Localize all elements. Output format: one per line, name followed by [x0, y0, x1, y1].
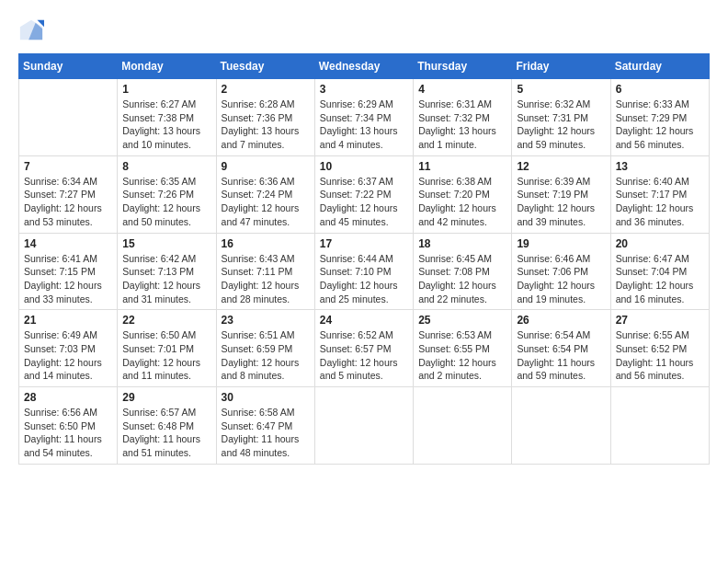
calendar-cell: 20Sunrise: 6:47 AM Sunset: 7:04 PM Dayli… [610, 233, 709, 310]
day-number: 9 [222, 160, 310, 173]
calendar-cell: 13Sunrise: 6:40 AM Sunset: 7:17 PM Dayli… [610, 155, 709, 233]
day-number: 23 [222, 314, 310, 327]
day-number: 7 [24, 160, 112, 173]
day-info: Sunrise: 6:36 AM Sunset: 7:24 PM Dayligh… [222, 175, 310, 229]
day-info: Sunrise: 6:40 AM Sunset: 7:17 PM Dayligh… [616, 175, 704, 229]
calendar-cell: 19Sunrise: 6:46 AM Sunset: 7:06 PM Dayli… [512, 233, 610, 310]
day-info: Sunrise: 6:35 AM Sunset: 7:26 PM Dayligh… [122, 175, 210, 229]
calendar-cell: 29Sunrise: 6:57 AM Sunset: 6:48 PM Dayli… [118, 387, 216, 465]
calendar-cell [314, 387, 413, 465]
day-number: 28 [24, 391, 112, 404]
calendar-header: SundayMondayTuesdayWednesdayThursdayFrid… [19, 54, 710, 79]
day-info: Sunrise: 6:33 AM Sunset: 7:29 PM Dayligh… [616, 98, 704, 152]
calendar-cell: 12Sunrise: 6:39 AM Sunset: 7:19 PM Dayli… [512, 155, 610, 233]
day-info: Sunrise: 6:51 AM Sunset: 6:59 PM Dayligh… [222, 328, 310, 383]
day-info: Sunrise: 6:39 AM Sunset: 7:19 PM Dayligh… [517, 175, 605, 229]
week-row-4: 21Sunrise: 6:49 AM Sunset: 7:03 PM Dayli… [19, 310, 710, 387]
day-number: 25 [418, 314, 506, 327]
calendar-cell: 4Sunrise: 6:31 AM Sunset: 7:32 PM Daylig… [414, 79, 512, 156]
day-number: 3 [320, 83, 408, 96]
day-number: 19 [517, 237, 605, 250]
header-cell-saturday: Saturday [610, 54, 709, 79]
logo-icon [18, 18, 44, 44]
day-number: 18 [418, 237, 506, 250]
calendar-cell [512, 387, 610, 465]
day-number: 17 [320, 237, 408, 250]
day-number: 11 [418, 160, 506, 173]
day-number: 27 [616, 314, 704, 327]
day-info: Sunrise: 6:42 AM Sunset: 7:13 PM Dayligh… [122, 252, 210, 306]
day-info: Sunrise: 6:34 AM Sunset: 7:27 PM Dayligh… [24, 175, 112, 229]
calendar-cell: 8Sunrise: 6:35 AM Sunset: 7:26 PM Daylig… [118, 155, 216, 233]
header-cell-wednesday: Wednesday [314, 54, 413, 79]
day-info: Sunrise: 6:50 AM Sunset: 7:01 PM Dayligh… [122, 328, 210, 383]
day-number: 6 [616, 83, 704, 96]
day-info: Sunrise: 6:53 AM Sunset: 6:55 PM Dayligh… [418, 328, 506, 383]
day-info: Sunrise: 6:41 AM Sunset: 7:15 PM Dayligh… [24, 252, 112, 306]
day-number: 22 [122, 314, 210, 327]
calendar-cell: 23Sunrise: 6:51 AM Sunset: 6:59 PM Dayli… [216, 310, 314, 387]
header-row: SundayMondayTuesdayWednesdayThursdayFrid… [19, 54, 710, 79]
day-info: Sunrise: 6:54 AM Sunset: 6:54 PM Dayligh… [517, 328, 605, 383]
day-info: Sunrise: 6:32 AM Sunset: 7:31 PM Dayligh… [517, 98, 605, 152]
calendar-cell: 28Sunrise: 6:56 AM Sunset: 6:50 PM Dayli… [19, 387, 118, 465]
day-number: 26 [517, 314, 605, 327]
day-number: 10 [320, 160, 408, 173]
calendar-cell: 21Sunrise: 6:49 AM Sunset: 7:03 PM Dayli… [19, 310, 118, 387]
day-number: 21 [24, 314, 112, 327]
calendar-cell: 18Sunrise: 6:45 AM Sunset: 7:08 PM Dayli… [414, 233, 512, 310]
day-number: 15 [122, 237, 210, 250]
calendar-cell [19, 79, 118, 156]
day-info: Sunrise: 6:46 AM Sunset: 7:06 PM Dayligh… [517, 252, 605, 306]
calendar-cell: 17Sunrise: 6:44 AM Sunset: 7:10 PM Dayli… [314, 233, 413, 310]
day-number: 20 [616, 237, 704, 250]
day-number: 8 [122, 160, 210, 173]
calendar-table: SundayMondayTuesdayWednesdayThursdayFrid… [18, 53, 710, 465]
calendar-cell: 16Sunrise: 6:43 AM Sunset: 7:11 PM Dayli… [216, 233, 314, 310]
day-info: Sunrise: 6:31 AM Sunset: 7:32 PM Dayligh… [418, 98, 506, 152]
calendar-cell [610, 387, 709, 465]
header-cell-thursday: Thursday [414, 54, 512, 79]
calendar-cell [414, 387, 512, 465]
day-info: Sunrise: 6:28 AM Sunset: 7:36 PM Dayligh… [222, 98, 310, 152]
calendar-cell: 9Sunrise: 6:36 AM Sunset: 7:24 PM Daylig… [216, 155, 314, 233]
calendar-body: 1Sunrise: 6:27 AM Sunset: 7:38 PM Daylig… [19, 79, 710, 465]
calendar-cell: 30Sunrise: 6:58 AM Sunset: 6:47 PM Dayli… [216, 387, 314, 465]
day-number: 13 [616, 160, 704, 173]
day-number: 2 [222, 83, 310, 96]
day-number: 24 [320, 314, 408, 327]
calendar-cell: 15Sunrise: 6:42 AM Sunset: 7:13 PM Dayli… [118, 233, 216, 310]
calendar-cell: 24Sunrise: 6:52 AM Sunset: 6:57 PM Dayli… [314, 310, 413, 387]
calendar-cell: 1Sunrise: 6:27 AM Sunset: 7:38 PM Daylig… [118, 79, 216, 156]
calendar-cell: 6Sunrise: 6:33 AM Sunset: 7:29 PM Daylig… [610, 79, 709, 156]
header-cell-sunday: Sunday [19, 54, 118, 79]
calendar-cell: 2Sunrise: 6:28 AM Sunset: 7:36 PM Daylig… [216, 79, 314, 156]
header-cell-monday: Monday [118, 54, 216, 79]
day-info: Sunrise: 6:55 AM Sunset: 6:52 PM Dayligh… [616, 328, 704, 383]
calendar-cell: 26Sunrise: 6:54 AM Sunset: 6:54 PM Dayli… [512, 310, 610, 387]
day-number: 5 [517, 83, 605, 96]
calendar-cell: 27Sunrise: 6:55 AM Sunset: 6:52 PM Dayli… [610, 310, 709, 387]
day-info: Sunrise: 6:43 AM Sunset: 7:11 PM Dayligh… [222, 252, 310, 306]
day-number: 12 [517, 160, 605, 173]
calendar-cell: 14Sunrise: 6:41 AM Sunset: 7:15 PM Dayli… [19, 233, 118, 310]
header [18, 18, 710, 44]
day-info: Sunrise: 6:29 AM Sunset: 7:34 PM Dayligh… [320, 98, 408, 152]
calendar-cell: 3Sunrise: 6:29 AM Sunset: 7:34 PM Daylig… [314, 79, 413, 156]
day-number: 30 [222, 391, 310, 404]
day-number: 4 [418, 83, 506, 96]
day-info: Sunrise: 6:47 AM Sunset: 7:04 PM Dayligh… [616, 252, 704, 306]
day-info: Sunrise: 6:52 AM Sunset: 6:57 PM Dayligh… [320, 328, 408, 383]
week-row-5: 28Sunrise: 6:56 AM Sunset: 6:50 PM Dayli… [19, 387, 710, 465]
day-info: Sunrise: 6:49 AM Sunset: 7:03 PM Dayligh… [24, 328, 112, 383]
day-number: 16 [222, 237, 310, 250]
day-info: Sunrise: 6:38 AM Sunset: 7:20 PM Dayligh… [418, 175, 506, 229]
week-row-1: 1Sunrise: 6:27 AM Sunset: 7:38 PM Daylig… [19, 79, 710, 156]
calendar-cell: 22Sunrise: 6:50 AM Sunset: 7:01 PM Dayli… [118, 310, 216, 387]
day-info: Sunrise: 6:44 AM Sunset: 7:10 PM Dayligh… [320, 252, 408, 306]
day-info: Sunrise: 6:45 AM Sunset: 7:08 PM Dayligh… [418, 252, 506, 306]
header-cell-tuesday: Tuesday [216, 54, 314, 79]
day-info: Sunrise: 6:58 AM Sunset: 6:47 PM Dayligh… [222, 406, 310, 460]
day-number: 29 [122, 391, 210, 404]
day-info: Sunrise: 6:37 AM Sunset: 7:22 PM Dayligh… [320, 175, 408, 229]
